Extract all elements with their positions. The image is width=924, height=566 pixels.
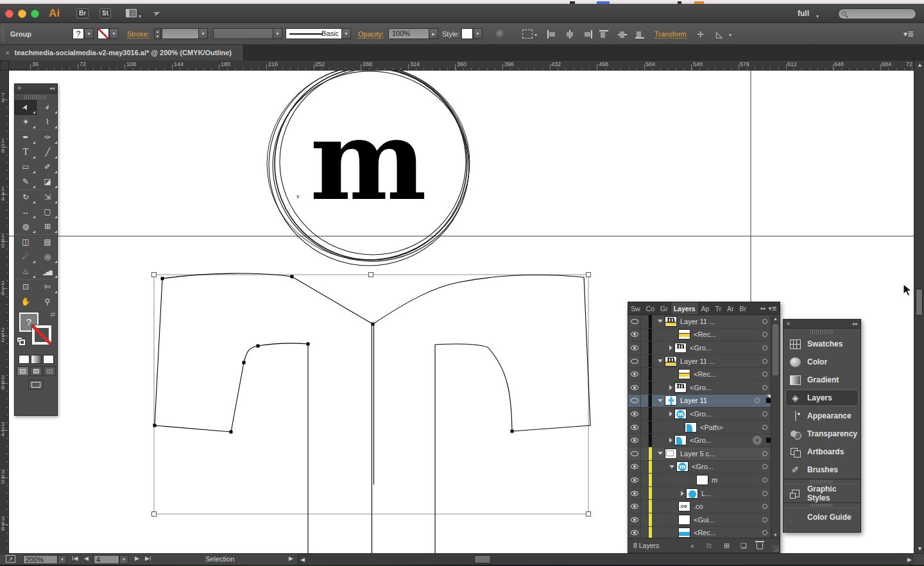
layer-name[interactable]: <Gro...: [692, 463, 714, 470]
layer-name[interactable]: <Rec...: [694, 370, 716, 378]
layer-thumbnail[interactable]: [674, 435, 687, 445]
opacity-field[interactable]: 100%: [388, 28, 429, 39]
fill-swatch-dropdown[interactable]: ▼: [84, 28, 94, 39]
tab-gradient[interactable]: Gr: [658, 302, 671, 314]
vertical-scrollbar[interactable]: ▲ ▼: [914, 60, 924, 553]
window-close-button[interactable]: [5, 10, 13, 18]
visibility-toggle[interactable]: [628, 341, 641, 354]
layer-name[interactable]: .co: [694, 502, 703, 510]
tools-panel-gripper[interactable]: [24, 95, 47, 99]
dock-item-artboards[interactable]: Artboards: [783, 443, 860, 461]
close-document-icon[interactable]: ✕: [5, 50, 10, 56]
dock-item-graphic-styles[interactable]: Graphic Styles: [783, 485, 860, 502]
target-indicator[interactable]: [758, 372, 771, 377]
zoom-dropdown-icon[interactable]: ▼: [58, 555, 67, 564]
pen-tool[interactable]: ✒: [15, 130, 37, 145]
draw-behind-button[interactable]: [30, 366, 42, 376]
align-center-icon[interactable]: [565, 30, 575, 39]
visibility-toggle[interactable]: [628, 407, 641, 420]
layer-row[interactable]: m <Gro...: [628, 407, 771, 421]
transform-link[interactable]: Transform: [654, 30, 687, 39]
selection-handles[interactable]: [152, 273, 591, 517]
layer-row[interactable]: <Gro...: [628, 434, 771, 447]
layer-thumbnail[interactable]: [665, 449, 677, 459]
dock-item-brushes[interactable]: ✐Brushes: [783, 461, 860, 479]
layer-row[interactable]: m Layer 11 ...: [628, 315, 771, 329]
document-setup-globe-icon[interactable]: [496, 30, 506, 39]
arrange-documents-dropdown-icon[interactable]: ▾: [139, 13, 141, 19]
expand-dock-icon[interactable]: ▸▸: [853, 320, 858, 328]
curvature-tool[interactable]: ✑: [37, 130, 58, 145]
variable-width-dropdown[interactable]: ▼: [273, 28, 282, 39]
mesh-tool[interactable]: ◫: [15, 235, 37, 250]
lock-toggle[interactable]: [641, 487, 649, 500]
hand-tool[interactable]: ✋: [15, 295, 37, 309]
tab-swatches[interactable]: Sw: [628, 302, 644, 314]
layer-thumbnail[interactable]: [696, 475, 708, 485]
target-indicator[interactable]: [758, 425, 771, 430]
make-clipping-mask-icon[interactable]: ⧉: [706, 541, 712, 550]
target-indicator[interactable]: [751, 398, 764, 403]
lock-toggle[interactable]: [641, 368, 649, 381]
visibility-toggle[interactable]: [628, 329, 641, 341]
lock-toggle[interactable]: [641, 329, 649, 341]
layer-row[interactable]: <Rec...: [628, 368, 771, 381]
next-artboard-icon[interactable]: ▶: [135, 555, 139, 562]
lock-toggle[interactable]: [641, 474, 649, 486]
tab-transparency[interactable]: Tr: [712, 302, 724, 314]
type-tool[interactable]: T: [15, 145, 37, 160]
variable-width-field[interactable]: [213, 28, 273, 39]
dock-separator[interactable]: [783, 502, 860, 508]
target-indicator[interactable]: [751, 438, 764, 443]
vertical-ruler[interactable]: 72 108 144 180 216 252 288 324 360 396: [0, 71, 9, 553]
selection-bounding-box[interactable]: [154, 275, 588, 514]
panel-menu-icon[interactable]: ▾≣: [768, 302, 780, 314]
horizontal-ruler[interactable]: 36 72 108 144 180 216 252 288 324 360 39…: [9, 60, 914, 71]
window-zoom-button[interactable]: [31, 10, 39, 18]
layer-row[interactable]: .co .co: [628, 500, 771, 513]
disclosure-open-icon[interactable]: [658, 359, 663, 363]
layer-row[interactable]: m <Gro...: [628, 461, 771, 474]
target-indicator[interactable]: [758, 504, 771, 509]
lock-toggle[interactable]: [641, 434, 649, 447]
layer-row[interactable]: m: [628, 474, 771, 487]
gradient-button[interactable]: [31, 355, 42, 364]
vertical-scroll-thumb[interactable]: [916, 289, 923, 316]
paintbrush-tool[interactable]: ✐: [37, 160, 58, 175]
layer-name[interactable]: <Rec...: [694, 529, 716, 536]
layer-name[interactable]: <Gro...: [690, 436, 712, 444]
lock-toggle[interactable]: [641, 500, 649, 513]
visibility-toggle[interactable]: [628, 395, 641, 407]
opacity-label[interactable]: Opacity:: [358, 30, 384, 39]
window-minimize-button[interactable]: [18, 10, 26, 18]
layer-thumbnail[interactable]: [678, 527, 690, 538]
workspace-dropdown-icon[interactable]: ▾: [816, 13, 819, 19]
layer-name[interactable]: <Gro...: [690, 344, 712, 352]
visibility-toggle[interactable]: [628, 315, 641, 328]
layer-thumbnail[interactable]: m: [674, 409, 687, 419]
eyedropper-tool[interactable]: ☄: [15, 250, 37, 264]
isolate-selected-icon[interactable]: [522, 30, 533, 39]
layer-thumbnail[interactable]: .co: [678, 501, 690, 511]
anchor-points[interactable]: [153, 275, 514, 434]
layers-scrollbar[interactable]: ▲ ▼: [771, 316, 779, 538]
target-indicator[interactable]: [758, 477, 771, 483]
line-segment-tool[interactable]: ╱: [37, 145, 58, 160]
bridge-button[interactable]: Br: [76, 8, 89, 19]
tab-artboards[interactable]: Ar: [724, 302, 737, 314]
panel-resize-grip[interactable]: [773, 545, 779, 552]
scroll-down-icon[interactable]: ▼: [917, 545, 923, 552]
width-tool[interactable]: ↔: [15, 205, 37, 219]
lock-toggle[interactable]: [641, 315, 649, 328]
dock-header[interactable]: ✕ ▸▸: [783, 320, 860, 329]
share-icon[interactable]: ↗: [6, 555, 15, 563]
layer-name[interactable]: Layer 11 ...: [680, 318, 715, 325]
arrange-documents-icon[interactable]: [126, 9, 137, 17]
brush-definition-field[interactable]: Basic: [286, 28, 342, 39]
target-indicator[interactable]: [758, 319, 771, 324]
disclosure-closed-icon[interactable]: [669, 345, 672, 350]
disclosure-open-icon[interactable]: [669, 465, 674, 468]
visibility-toggle[interactable]: [628, 527, 641, 539]
selection-tool[interactable]: ➤: [15, 100, 37, 115]
layer-thumbnail[interactable]: m: [676, 461, 689, 472]
